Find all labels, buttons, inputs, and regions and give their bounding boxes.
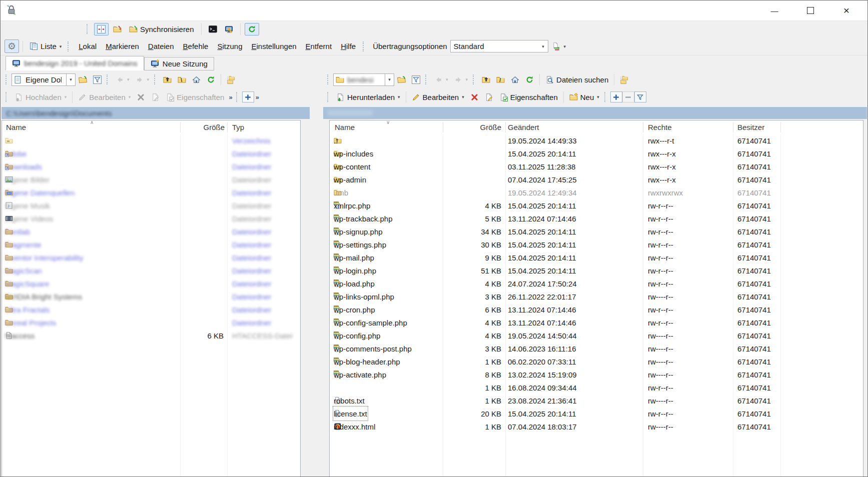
file-row[interactable]: DownloadsDateiordner (2, 160, 300, 173)
remote-home-button[interactable] (508, 74, 522, 86)
remote-parent-directory-button[interactable] (479, 74, 493, 86)
menu-dateien[interactable]: Dateien (144, 39, 178, 54)
column-separator[interactable] (780, 122, 781, 132)
column-separator[interactable] (180, 122, 181, 132)
remote-filter-toggle-button[interactable] (634, 92, 646, 102)
local-directory-dropdown[interactable]: ▾ (67, 74, 76, 86)
sync-remote-button[interactable] (110, 23, 125, 36)
remote-rename-button[interactable] (482, 91, 496, 104)
local-rename-button[interactable] (148, 91, 163, 104)
local-sync-browsing-button[interactable] (224, 74, 238, 86)
menu-lokal[interactable]: Lokal (75, 39, 101, 54)
file-row[interactable]: <?PHPwp-comments-post.php3 KB14.06.2023 … (330, 342, 863, 355)
remote-directory-select[interactable]: bendesi (333, 74, 385, 86)
file-row[interactable]: MagicScanDateiordner (2, 264, 300, 277)
file-row[interactable]: <?PHPwp-login.php51 KB15.04.2025 20:14:1… (330, 264, 863, 277)
toolbar-grip[interactable] (425, 74, 429, 84)
maximize-button[interactable] (803, 5, 818, 16)
file-row[interactable]: <?PHPwp-load.php4 KB24.07.2024 17:50:24r… (330, 277, 863, 290)
file-row[interactable]: .tmb19.05.2024 12:49:34rwxrwxrwx67140741 (330, 186, 863, 199)
column-header-size[interactable]: Größe (203, 120, 225, 134)
download-button[interactable]: Herunterladen ▾ (333, 91, 403, 104)
toolbar-overflow-chevron[interactable]: » (227, 94, 234, 101)
remote-add-button[interactable] (610, 92, 622, 102)
menu-entfernt[interactable]: Entfernt (302, 39, 336, 54)
file-row[interactable]: NVIDIA Bright SystemsDateiordner (2, 290, 300, 303)
local-root-directory-button[interactable]: \ (175, 74, 189, 86)
file-row[interactable]: Inventor InteroperabilityDateiordner (2, 251, 300, 264)
file-row[interactable]: <?PHPwp-links-opml.php3 KB26.11.2022 22:… (330, 290, 863, 303)
session-tab[interactable]: bendesign 2019 - United Domains (6, 56, 144, 70)
column-header-rights[interactable]: Rechte (648, 120, 672, 134)
file-row[interactable]: <?PHPwp-mail.php9 KB15.04.2025 20:14:11r… (330, 251, 863, 264)
local-home-button[interactable] (189, 74, 204, 86)
remote-directory-dropdown[interactable]: ▾ (385, 74, 394, 86)
file-row[interactable]: ..Verzeichnis (2, 134, 300, 147)
refresh-session-button[interactable] (245, 23, 259, 36)
column-header-owner[interactable]: Besitzer (737, 120, 764, 134)
local-forward-button[interactable]: ▾ (133, 74, 153, 86)
upload-button[interactable]: Hochladen ▾ (12, 91, 70, 104)
toolbar-grip[interactable] (236, 92, 240, 102)
column-separator[interactable] (227, 122, 228, 132)
file-row[interactable]: Eigene DatenquellenDateiordner (2, 186, 300, 199)
file-row[interactable]: FontlabDateiordner (2, 225, 300, 238)
local-parent-directory-button[interactable] (160, 74, 175, 86)
menu-einstellungen[interactable]: Einstellungen (248, 39, 301, 54)
menu-hilfe[interactable]: Hilfe (337, 39, 360, 54)
toolbar-grip[interactable] (6, 92, 10, 102)
file-row[interactable]: <?PHPwp-config.php4 KB19.05.2024 14:50:4… (330, 329, 863, 342)
remote-remove-button[interactable] (622, 92, 634, 102)
column-header-type[interactable]: Typ (232, 120, 244, 134)
file-row[interactable]: 1 KB16.08.2024 09:34:44rw-r--r--67140741 (330, 381, 863, 394)
file-row[interactable]: Ultra FractalsDateiordner (2, 303, 300, 316)
local-directory-select[interactable]: Eigene Dokumente (12, 74, 67, 86)
menu-sitzung[interactable]: Sitzung (213, 39, 246, 54)
toolbar-grip[interactable] (473, 74, 477, 84)
file-row[interactable]: wp-admin07.04.2024 17:45:25rwx---r-x6714… (330, 173, 863, 186)
minimize-button[interactable]: — (767, 5, 782, 16)
menu-befehle[interactable]: Befehle (179, 39, 213, 54)
local-back-button[interactable]: ▾ (113, 74, 133, 86)
list-view-button[interactable]: Liste ▾ (27, 40, 65, 52)
file-row[interactable]: htaccess6 KBHTACCESS-Datei (2, 329, 300, 342)
local-refresh-button[interactable] (204, 74, 218, 86)
file-row[interactable]: <?PHPwp-activate.php8 KB13.02.2024 15:19… (330, 368, 863, 381)
new-session-tab[interactable]: Neue Sitzung (144, 57, 214, 70)
toolbar-grip[interactable] (363, 42, 367, 52)
remote-back-button[interactable]: ▾ (431, 74, 451, 86)
file-row[interactable]: robots.txt1 KB23.08.2024 21:36:41rw----r… (330, 394, 863, 407)
toolbar-grip[interactable] (327, 74, 331, 84)
remote-sync-browsing-button[interactable] (617, 74, 631, 86)
remote-root-directory-button[interactable]: / (493, 74, 508, 86)
file-row[interactable]: AdobeDateiordner (2, 147, 300, 160)
remote-desktop-button[interactable] (222, 23, 236, 36)
column-header-size[interactable]: Größe (480, 120, 501, 134)
file-row[interactable]: <?PHPwp-trackback.php5 KB13.11.2024 07:1… (330, 212, 863, 225)
file-row[interactable]: <?PHPwp-signup.php34 KB15.04.2025 20:14:… (330, 225, 863, 238)
column-separator[interactable] (733, 122, 733, 132)
file-row[interactable]: MagicSquareDateiordner (2, 277, 300, 290)
close-button[interactable]: × (839, 5, 854, 16)
local-edit-button[interactable]: Bearbeiten ▾ (75, 91, 134, 104)
toolbar-overflow-chevron[interactable]: » (254, 94, 261, 101)
local-delete-button[interactable] (134, 91, 148, 104)
transfer-settings-button[interactable]: ▾ (549, 40, 569, 52)
local-add-button[interactable] (242, 92, 254, 102)
file-row[interactable]: <?PHPwp-config-sample.php4 KB13.11.2024 … (330, 316, 863, 329)
file-row[interactable]: Eigene BilderDateiordner (2, 173, 300, 186)
remote-refresh-button[interactable] (522, 74, 537, 86)
file-row[interactable]: Unreal ProjectsDateiordner (2, 316, 300, 329)
remote-edit-button[interactable]: Bearbeiten ▾ (409, 91, 467, 104)
column-header-modified[interactable]: Geändert (508, 120, 539, 134)
remote-forward-button[interactable]: ▾ (451, 74, 471, 86)
column-separator[interactable] (443, 122, 443, 132)
file-row[interactable]: <?PHPwp-settings.php30 KB15.04.2025 20:1… (330, 238, 863, 251)
find-files-button[interactable]: Dateien suchen (542, 74, 611, 86)
file-row[interactable]: Eigene VideosDateiordner (2, 212, 300, 225)
toolbar-grip[interactable] (6, 74, 10, 84)
remote-delete-button[interactable] (467, 91, 482, 104)
toolbar-grip[interactable] (107, 74, 111, 84)
toolbar-grip[interactable] (327, 92, 331, 102)
toolbar-grip[interactable] (87, 24, 91, 34)
